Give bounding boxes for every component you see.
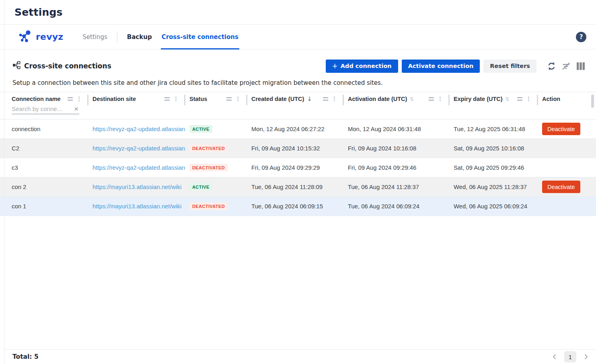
column-label: Status (189, 96, 207, 102)
activate-connection-button[interactable]: Activate connection (402, 60, 480, 73)
deactivate-button[interactable]: Deactivate (542, 123, 580, 135)
column-header-expiry-date: Expiry date (UTC) ⇅ ⋮ (450, 92, 538, 119)
sitemap-icon (12, 61, 21, 71)
columns-icon[interactable] (575, 61, 586, 72)
column-menu-icon[interactable]: ⋮ (526, 96, 532, 102)
action-cell: Deactivate (538, 123, 596, 135)
column-label: Destination site (92, 96, 136, 102)
column-filter-icon[interactable] (164, 97, 170, 101)
created-date-cell: Fri, 09 Aug 2024 10:15:32 (247, 145, 344, 152)
help-icon[interactable]: ? (576, 32, 586, 42)
tab-cross-site-connections[interactable]: Cross-site connections (162, 25, 238, 49)
table-body: connectionhttps://revyz-qa2-updated.atla… (0, 119, 596, 216)
activation-date-cell: Fri, 09 Aug 2024 10:16:08 (344, 145, 450, 152)
table-row[interactable]: c3https://revyz-qa2-updated.atlassian.rD… (0, 158, 596, 177)
column-menu-icon[interactable]: ⋮ (331, 96, 337, 102)
filter-off-icon[interactable] (561, 61, 571, 72)
table-scrollbar-thumb[interactable] (591, 95, 594, 108)
created-date-cell: Mon, 12 Aug 2024 06:27:22 (247, 126, 344, 132)
brand-name: revyz (36, 32, 63, 42)
status-badge: DEACTIVATED (189, 164, 228, 171)
page-number-button[interactable]: 1 (564, 351, 576, 362)
section-title: Cross-site connections (24, 62, 111, 70)
expiry-date-cell: Tue, 12 Aug 2025 06:31:48 (450, 126, 538, 132)
column-label: Action (542, 96, 560, 102)
page-title: Settings (14, 6, 596, 18)
status-badge: DEACTIVATED (189, 144, 228, 152)
clear-search-icon[interactable]: × (73, 105, 79, 113)
page-header: Settings (0, 0, 596, 25)
expiry-date-cell: Wed, 06 Aug 2025 11:28:37 (450, 184, 538, 190)
connections-table: Connection name ⋮ × Destination site ⋮ (0, 92, 596, 216)
connection-name-cell: con 1 (8, 203, 88, 210)
column-header-action: Action (538, 92, 596, 119)
section-description: Setup a connection between this site and… (12, 79, 596, 86)
reset-filters-button[interactable]: Reset filters (483, 60, 536, 73)
status-cell: DEACTIVATED (185, 202, 247, 210)
sort-updown-icon[interactable]: ⇅ (505, 97, 510, 102)
destination-site-link[interactable]: https://mayuri13.atlassian.net/wiki (88, 203, 185, 210)
status-badge: DEACTIVATED (189, 202, 228, 210)
expiry-date-cell: Sat, 09 Aug 2025 10:16:08 (450, 145, 538, 152)
table-header: Connection name ⋮ × Destination site ⋮ (0, 92, 596, 119)
add-connection-label: Add connection (341, 63, 392, 69)
column-label: Expiry date (UTC) (454, 96, 503, 102)
action-cell: Deactivate (538, 181, 596, 193)
next-page-icon[interactable] (582, 353, 590, 361)
connection-name-cell: c3 (8, 165, 88, 171)
column-header-activation-date: Activation date (UTC) ⇅ ⋮ (344, 92, 450, 119)
destination-site-link[interactable]: https://revyz-qa2-updated.atlassian.r (88, 126, 185, 132)
search-input[interactable] (12, 105, 73, 112)
activation-date-cell: Tue, 06 Aug 2024 06:09:24 (344, 203, 450, 210)
section-toolbar: Cross-site connections + Add connection … (0, 59, 596, 73)
column-filter-icon[interactable] (323, 97, 328, 101)
panel-left-border (4, 0, 4, 364)
connection-name-cell: connection (8, 126, 88, 132)
status-cell: ACTIVE (185, 125, 247, 133)
tab-settings[interactable]: Settings (82, 25, 107, 49)
plus-icon: + (332, 63, 338, 70)
column-label: Created date (UTC) (251, 96, 304, 102)
connection-name-search: × (12, 105, 79, 114)
table-row[interactable]: C2https://revyz-qa2-updated.atlassian.rD… (0, 139, 596, 158)
column-menu-icon[interactable]: ⋮ (173, 96, 179, 102)
column-filter-icon[interactable] (68, 97, 73, 101)
column-label: Connection name (12, 96, 61, 102)
destination-site-link[interactable]: https://revyz-qa2-updated.atlassian.r (88, 165, 185, 171)
status-cell: DEACTIVATED (185, 164, 247, 171)
previous-page-icon[interactable] (551, 353, 558, 361)
connection-name-cell: C2 (8, 145, 88, 152)
column-header-connection-name: Connection name ⋮ × (8, 92, 88, 119)
table-footer: Total: 5 1 (4, 349, 596, 364)
column-filter-icon[interactable] (517, 97, 522, 101)
pagination: 1 (551, 351, 590, 362)
table-row[interactable]: con 2https://mayuri13.atlassian.net/wiki… (0, 177, 596, 197)
activation-date-cell: Fri, 09 Aug 2024 09:29:46 (344, 165, 450, 171)
total-value: 5 (34, 353, 39, 360)
table-row[interactable]: con 1https://mayuri13.atlassian.net/wiki… (0, 197, 596, 216)
status-badge: ACTIVE (189, 125, 212, 133)
sort-updown-icon[interactable]: ⇅ (409, 97, 414, 102)
destination-site-link[interactable]: https://revyz-qa2-updated.atlassian.r (88, 145, 185, 152)
created-date-cell: Tue, 06 Aug 2024 06:09:15 (247, 203, 344, 210)
column-menu-icon[interactable]: ⋮ (235, 96, 241, 102)
column-label: Activation date (UTC) (348, 96, 407, 102)
deactivate-button[interactable]: Deactivate (542, 181, 580, 193)
status-badge: ACTIVE (189, 183, 212, 191)
tab-backup[interactable]: Backup (127, 25, 152, 49)
column-menu-icon[interactable]: ⋮ (76, 96, 82, 102)
column-header-status: Status ⋮ (185, 92, 247, 119)
total-count: Total: 5 (12, 353, 39, 360)
column-filter-icon[interactable] (226, 97, 232, 101)
created-date-cell: Fri, 09 Aug 2024 09:29:29 (247, 165, 344, 171)
column-menu-icon[interactable]: ⋮ (437, 96, 443, 102)
sort-descending-icon[interactable]: ↓ (307, 96, 312, 102)
add-connection-button[interactable]: + Add connection (326, 60, 398, 73)
table-row[interactable]: connectionhttps://revyz-qa2-updated.atla… (0, 119, 596, 139)
refresh-icon[interactable] (546, 61, 557, 72)
revyz-molecule-icon (18, 29, 33, 45)
column-filter-icon[interactable] (429, 97, 434, 101)
status-cell: DEACTIVATED (185, 144, 247, 152)
created-date-cell: Tue, 06 Aug 2024 11:28:09 (247, 184, 344, 190)
destination-site-link[interactable]: https://mayuri13.atlassian.net/wiki (88, 184, 185, 190)
